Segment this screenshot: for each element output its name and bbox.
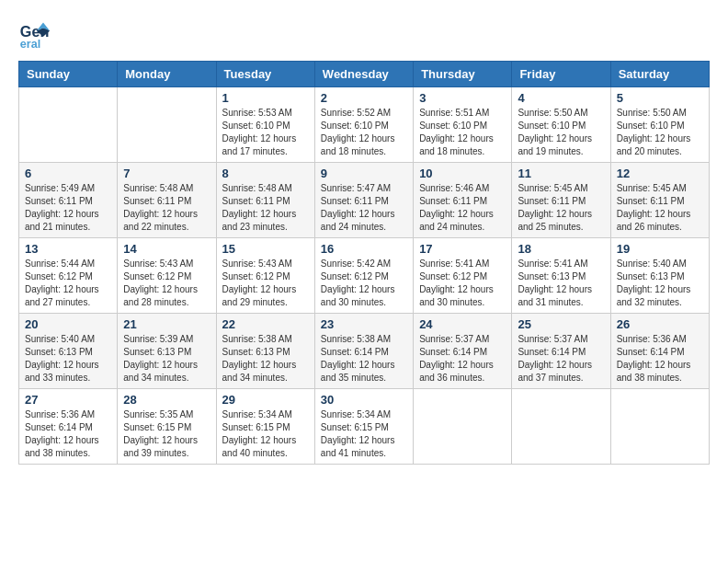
calendar-table: SundayMondayTuesdayWednesdayThursdayFrid… (18, 61, 710, 465)
day-number: 23 (321, 317, 407, 331)
day-number: 14 (123, 242, 210, 256)
day-number: 24 (419, 317, 506, 331)
calendar-cell: 21Sunrise: 5:39 AM Sunset: 6:13 PM Dayli… (118, 314, 216, 389)
day-info: Sunrise: 5:34 AM Sunset: 6:15 PM Dayligh… (222, 408, 309, 460)
day-number: 5 (617, 91, 703, 105)
calendar-cell: 28Sunrise: 5:35 AM Sunset: 6:15 PM Dayli… (118, 389, 216, 465)
day-number: 9 (321, 167, 407, 180)
day-number: 25 (518, 317, 604, 331)
day-info: Sunrise: 5:48 AM Sunset: 6:11 PM Dayligh… (123, 182, 210, 234)
day-info: Sunrise: 5:45 AM Sunset: 6:11 PM Dayligh… (518, 182, 604, 234)
day-number: 7 (123, 167, 210, 180)
calendar-week-4: 20Sunrise: 5:40 AM Sunset: 6:13 PM Dayli… (19, 314, 710, 389)
day-number: 4 (518, 91, 604, 105)
day-number: 15 (222, 242, 309, 256)
calendar-cell (512, 389, 610, 465)
calendar-body: 1Sunrise: 5:53 AM Sunset: 6:10 PM Daylig… (19, 87, 710, 465)
day-info: Sunrise: 5:47 AM Sunset: 6:11 PM Dayligh… (321, 182, 407, 234)
day-info: Sunrise: 5:44 AM Sunset: 6:12 PM Dayligh… (25, 258, 111, 309)
calendar-cell (118, 87, 216, 163)
day-info: Sunrise: 5:41 AM Sunset: 6:12 PM Dayligh… (419, 258, 506, 309)
calendar-cell: 30Sunrise: 5:34 AM Sunset: 6:15 PM Dayli… (314, 389, 413, 465)
day-number: 2 (321, 91, 407, 105)
day-info: Sunrise: 5:49 AM Sunset: 6:11 PM Dayligh… (25, 182, 111, 234)
calendar-cell: 29Sunrise: 5:34 AM Sunset: 6:15 PM Dayli… (216, 389, 314, 465)
day-info: Sunrise: 5:52 AM Sunset: 6:10 PM Dayligh… (321, 107, 407, 158)
weekday-header-saturday: Saturday (610, 62, 709, 87)
day-info: Sunrise: 5:46 AM Sunset: 6:11 PM Dayligh… (419, 182, 506, 234)
calendar-cell: 5Sunrise: 5:50 AM Sunset: 6:10 PM Daylig… (610, 87, 709, 163)
calendar-cell: 12Sunrise: 5:45 AM Sunset: 6:11 PM Dayli… (610, 163, 709, 238)
day-info: Sunrise: 5:50 AM Sunset: 6:10 PM Dayligh… (518, 107, 604, 158)
day-number: 13 (25, 242, 111, 256)
day-number: 28 (123, 393, 210, 407)
calendar-week-1: 1Sunrise: 5:53 AM Sunset: 6:10 PM Daylig… (19, 87, 710, 163)
day-number: 8 (222, 167, 309, 180)
day-number: 17 (419, 242, 506, 256)
calendar-cell: 1Sunrise: 5:53 AM Sunset: 6:10 PM Daylig… (216, 87, 314, 163)
calendar-cell: 18Sunrise: 5:41 AM Sunset: 6:13 PM Dayli… (512, 238, 610, 314)
logo: Gen eral (18, 18, 55, 52)
day-info: Sunrise: 5:45 AM Sunset: 6:11 PM Dayligh… (617, 182, 703, 234)
calendar-cell: 9Sunrise: 5:47 AM Sunset: 6:11 PM Daylig… (314, 163, 413, 238)
calendar-cell: 22Sunrise: 5:38 AM Sunset: 6:13 PM Dayli… (216, 314, 314, 389)
calendar-header: SundayMondayTuesdayWednesdayThursdayFrid… (19, 62, 710, 87)
day-number: 1 (222, 91, 309, 105)
weekday-header-wednesday: Wednesday (314, 62, 413, 87)
calendar-cell: 14Sunrise: 5:43 AM Sunset: 6:12 PM Dayli… (118, 238, 216, 314)
logo-icon: Gen eral (18, 18, 51, 52)
calendar-cell: 24Sunrise: 5:37 AM Sunset: 6:14 PM Dayli… (414, 314, 512, 389)
day-info: Sunrise: 5:43 AM Sunset: 6:12 PM Dayligh… (222, 258, 309, 309)
calendar-cell: 27Sunrise: 5:36 AM Sunset: 6:14 PM Dayli… (19, 389, 118, 465)
day-number: 11 (518, 167, 604, 180)
day-info: Sunrise: 5:34 AM Sunset: 6:15 PM Dayligh… (321, 408, 407, 460)
calendar-cell: 15Sunrise: 5:43 AM Sunset: 6:12 PM Dayli… (216, 238, 314, 314)
calendar-week-2: 6Sunrise: 5:49 AM Sunset: 6:11 PM Daylig… (19, 163, 710, 238)
calendar-cell: 20Sunrise: 5:40 AM Sunset: 6:13 PM Dayli… (19, 314, 118, 389)
day-info: Sunrise: 5:48 AM Sunset: 6:11 PM Dayligh… (222, 182, 309, 234)
day-info: Sunrise: 5:50 AM Sunset: 6:10 PM Dayligh… (617, 107, 703, 158)
day-number: 3 (419, 91, 506, 105)
day-number: 20 (25, 317, 111, 331)
calendar-cell: 19Sunrise: 5:40 AM Sunset: 6:13 PM Dayli… (610, 238, 709, 314)
day-number: 21 (123, 317, 210, 331)
day-number: 6 (25, 167, 111, 180)
day-number: 19 (617, 242, 703, 256)
calendar-cell: 16Sunrise: 5:42 AM Sunset: 6:12 PM Dayli… (314, 238, 413, 314)
day-info: Sunrise: 5:37 AM Sunset: 6:14 PM Dayligh… (419, 333, 506, 385)
day-number: 12 (617, 167, 703, 180)
day-info: Sunrise: 5:38 AM Sunset: 6:14 PM Dayligh… (321, 333, 407, 385)
day-info: Sunrise: 5:43 AM Sunset: 6:12 PM Dayligh… (123, 258, 210, 309)
day-number: 16 (321, 242, 407, 256)
calendar-cell: 25Sunrise: 5:37 AM Sunset: 6:14 PM Dayli… (512, 314, 610, 389)
weekday-header-friday: Friday (512, 62, 610, 87)
calendar-cell: 4Sunrise: 5:50 AM Sunset: 6:10 PM Daylig… (512, 87, 610, 163)
day-number: 27 (25, 393, 111, 407)
day-info: Sunrise: 5:53 AM Sunset: 6:10 PM Dayligh… (222, 107, 309, 158)
day-info: Sunrise: 5:41 AM Sunset: 6:13 PM Dayligh… (518, 258, 604, 309)
day-number: 29 (222, 393, 309, 407)
calendar-cell: 13Sunrise: 5:44 AM Sunset: 6:12 PM Dayli… (19, 238, 118, 314)
calendar-cell (414, 389, 512, 465)
day-info: Sunrise: 5:40 AM Sunset: 6:13 PM Dayligh… (25, 333, 111, 385)
weekday-header-sunday: Sunday (19, 62, 118, 87)
weekday-header-monday: Monday (118, 62, 216, 87)
calendar-cell: 11Sunrise: 5:45 AM Sunset: 6:11 PM Dayli… (512, 163, 610, 238)
day-number: 18 (518, 242, 604, 256)
calendar-cell: 7Sunrise: 5:48 AM Sunset: 6:11 PM Daylig… (118, 163, 216, 238)
day-info: Sunrise: 5:36 AM Sunset: 6:14 PM Dayligh… (617, 333, 703, 385)
day-number: 22 (222, 317, 309, 331)
day-info: Sunrise: 5:40 AM Sunset: 6:13 PM Dayligh… (617, 258, 703, 309)
svg-text:eral: eral (20, 38, 40, 51)
weekday-row: SundayMondayTuesdayWednesdayThursdayFrid… (19, 62, 710, 87)
calendar-cell: 6Sunrise: 5:49 AM Sunset: 6:11 PM Daylig… (19, 163, 118, 238)
day-info: Sunrise: 5:36 AM Sunset: 6:14 PM Dayligh… (25, 408, 111, 460)
day-info: Sunrise: 5:51 AM Sunset: 6:10 PM Dayligh… (419, 107, 506, 158)
calendar-cell: 8Sunrise: 5:48 AM Sunset: 6:11 PM Daylig… (216, 163, 314, 238)
calendar-cell: 2Sunrise: 5:52 AM Sunset: 6:10 PM Daylig… (314, 87, 413, 163)
day-number: 26 (617, 317, 703, 331)
calendar-cell: 10Sunrise: 5:46 AM Sunset: 6:11 PM Dayli… (414, 163, 512, 238)
calendar-cell: 17Sunrise: 5:41 AM Sunset: 6:12 PM Dayli… (414, 238, 512, 314)
weekday-header-tuesday: Tuesday (216, 62, 314, 87)
calendar-cell (610, 389, 709, 465)
